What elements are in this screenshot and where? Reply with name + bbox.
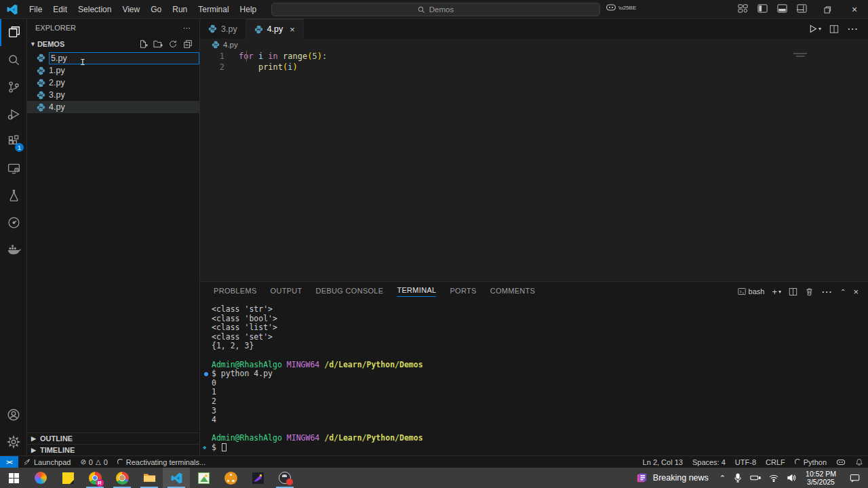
tray-clock[interactable]: 10:52 PM 3/5/2025 (800, 468, 842, 488)
launchpad-status-item[interactable]: Launchpad (18, 456, 75, 468)
explorer-more-actions-icon[interactable]: ⋯ (183, 24, 191, 33)
taskbar-diagram-app[interactable] (217, 468, 244, 488)
search-value: Demos (429, 5, 454, 14)
menu-selection[interactable]: Selection (73, 2, 117, 17)
run-debug-icon[interactable] (0, 100, 27, 127)
copilot-menu[interactable]: \u25BE (606, 3, 636, 12)
window-minimize-button[interactable] (787, 0, 814, 19)
tray-wifi-icon[interactable] (765, 468, 783, 488)
menu-help[interactable]: Help (235, 2, 262, 17)
panel-tab-output[interactable]: OUTPUT (271, 287, 302, 297)
taskbar-sticky-notes[interactable] (54, 468, 81, 488)
menu-file[interactable]: File (24, 2, 47, 17)
copilot-status-icon[interactable] (831, 456, 850, 468)
terminal-input-line[interactable]: ❖$ (212, 443, 868, 453)
new-file-icon[interactable] (138, 39, 148, 49)
toggle-primary-sidebar-icon[interactable] (757, 3, 768, 14)
chevron-down-icon: ▼ (30, 41, 36, 47)
code-editor[interactable]: 1 for i in range(5): 2 print(i) (200, 51, 868, 281)
panel-tab-comments[interactable]: COMMENTS (490, 287, 536, 297)
split-terminal-icon[interactable] (789, 287, 797, 296)
taskbar-chrome-profile-r[interactable]: R (81, 468, 108, 488)
customize-layout-icon[interactable] (738, 3, 748, 14)
taskbar-image-app[interactable] (190, 468, 217, 488)
action-center-icon[interactable] (842, 468, 868, 488)
terminal-content[interactable]: <class 'str'> <class 'bool'> <class 'lis… (200, 301, 868, 453)
indentation-status[interactable]: Spaces: 4 (688, 456, 730, 468)
panel-tab-terminal[interactable]: TERMINAL (397, 286, 436, 297)
extensions-icon[interactable]: 1 (0, 127, 27, 155)
file-rename-input[interactable] (49, 52, 199, 64)
docker-icon[interactable] (0, 236, 27, 263)
refresh-icon[interactable] (168, 39, 178, 49)
settings-gear-icon[interactable] (0, 428, 27, 455)
folder-section-demos[interactable]: ▼ DEMOS (27, 37, 199, 52)
window-restore-button[interactable] (814, 0, 841, 19)
split-editor-icon[interactable] (829, 24, 839, 34)
file-item-1py[interactable]: 1.py (27, 64, 199, 77)
tray-volume-icon[interactable] (783, 468, 800, 488)
kill-terminal-icon[interactable] (805, 287, 814, 296)
menu-go[interactable]: Go (145, 2, 167, 17)
panel-tab-ports[interactable]: PORTS (450, 287, 476, 297)
taskbar-vscode[interactable] (163, 468, 190, 488)
account-icon[interactable] (0, 401, 27, 428)
github-actions-icon[interactable] (0, 209, 27, 236)
notifications-bell-icon[interactable] (850, 456, 868, 468)
problems-status-item[interactable]: ⊘ 0 △ 0 (75, 456, 112, 468)
remote-explorer-icon[interactable] (0, 155, 27, 182)
close-panel-icon[interactable]: × (853, 287, 859, 297)
terminal-activity-status-item[interactable]: Reactivating terminals... (113, 456, 210, 468)
new-terminal-button[interactable]: + ▾ (772, 287, 781, 297)
new-folder-icon[interactable] (153, 39, 163, 49)
menu-view[interactable]: View (117, 2, 145, 17)
eol-status[interactable]: CRLF (761, 456, 790, 468)
editor-more-actions-icon[interactable]: ⋯ (847, 22, 859, 35)
spinner-icon (117, 459, 123, 465)
tray-show-hidden-icons[interactable]: ⌃ (715, 468, 730, 488)
collapse-folders-icon[interactable] (183, 39, 193, 49)
panel-tab-debug-console[interactable]: DEBUG CONSOLE (316, 287, 384, 297)
menu-run[interactable]: Run (167, 2, 193, 17)
breadcrumb[interactable]: 4.py (200, 39, 868, 51)
search-view-icon[interactable] (0, 46, 27, 73)
menu-terminal[interactable]: Terminal (193, 2, 234, 17)
language-mode-status[interactable]: Python (790, 456, 831, 468)
source-control-icon[interactable] (0, 73, 27, 100)
file-item-2py[interactable]: 2.py (27, 77, 199, 89)
taskbar-copilot[interactable] (27, 468, 54, 488)
remote-indicator[interactable]: >< (0, 456, 18, 468)
panel-tab-problems[interactable]: PROBLEMS (214, 287, 257, 297)
file-item-3py[interactable]: 3.py (27, 89, 199, 101)
taskbar-file-explorer[interactable] (136, 468, 163, 488)
maximize-panel-icon[interactable]: ⌃ (840, 288, 846, 296)
toggle-panel-icon[interactable] (777, 3, 787, 14)
minimap[interactable] (793, 53, 808, 58)
taskbar-purple-app[interactable] (244, 468, 271, 488)
outline-section[interactable]: ▶ OUTLINE (27, 432, 199, 444)
run-python-file-button[interactable]: ▾ (808, 24, 821, 33)
menu-edit[interactable]: Edit (47, 2, 73, 17)
taskbar-news-widget[interactable]: Breaking news (629, 468, 715, 488)
panel-more-actions-icon[interactable]: ⋯ (821, 285, 833, 298)
line-number: 1 (200, 51, 224, 62)
testing-icon[interactable] (0, 182, 27, 209)
terminal-shell-chip[interactable]: bash (738, 287, 765, 296)
window-close-button[interactable]: × (841, 0, 868, 19)
tab-3py[interactable]: 3.py (200, 19, 246, 39)
command-decoration-icon[interactable] (204, 372, 208, 376)
cursor-position-status[interactable]: Ln 2, Col 13 (638, 456, 688, 468)
file-item-4py[interactable]: 4.py (27, 101, 199, 113)
encoding-status[interactable]: UTF-8 (730, 456, 761, 468)
explorer-icon[interactable] (0, 19, 27, 46)
timeline-section[interactable]: ▶ TIMELINE (27, 444, 199, 455)
command-center-search[interactable]: Demos (271, 3, 600, 16)
image-app-icon (198, 472, 210, 484)
tray-microphone-icon[interactable] (730, 468, 746, 488)
taskbar-chrome-profile-2[interactable] (108, 468, 136, 488)
tab-4py[interactable]: 4.py × (246, 19, 304, 39)
tab-close-icon[interactable]: × (290, 24, 295, 35)
tray-pen-device-icon[interactable] (746, 468, 765, 488)
taskbar-obs[interactable] (271, 468, 298, 488)
start-button[interactable] (0, 468, 27, 488)
